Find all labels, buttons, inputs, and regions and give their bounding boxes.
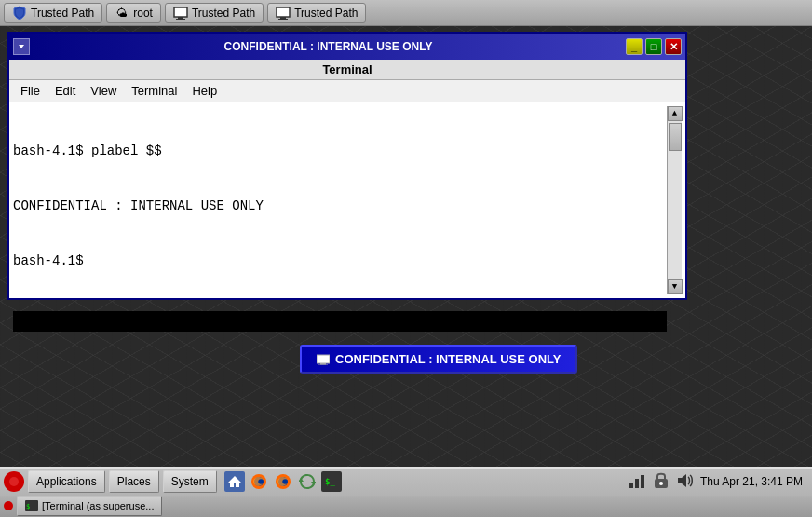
svg-marker-12 — [228, 476, 241, 487]
svg-rect-9 — [318, 364, 328, 365]
distro-icon[interactable] — [4, 471, 24, 492]
shield-icon — [12, 6, 27, 20]
svg-text:$_: $_ — [325, 477, 335, 486]
clock: Thu Apr 21, 3:41 PM — [700, 475, 803, 488]
trusted-path-label-1: Trusted Path — [31, 7, 94, 20]
menu-view[interactable]: View — [83, 82, 124, 100]
menu-help[interactable]: Help — [184, 82, 224, 100]
system-button[interactable]: System — [163, 470, 217, 493]
svg-point-23 — [659, 482, 663, 485]
svg-rect-2 — [176, 19, 185, 20]
svg-marker-6 — [19, 45, 24, 48]
scroll-down-button[interactable]: ▼ — [668, 279, 683, 294]
places-button[interactable]: Places — [109, 470, 159, 493]
system-label: System — [171, 475, 209, 488]
svg-rect-20 — [635, 479, 639, 488]
svg-rect-3 — [277, 7, 290, 17]
monitor-icon-2 — [276, 6, 291, 20]
terminal-window: CONFIDENTIAL : INTERNAL USE ONLY _ □ ✕ T… — [7, 32, 687, 300]
applications-button[interactable]: Applications — [28, 470, 105, 493]
home-icon[interactable] — [224, 471, 245, 492]
trusted-path-2[interactable]: Trusted Path — [165, 3, 264, 23]
trusted-path-label-3: Trusted Path — [294, 7, 358, 20]
trusted-path-label-2: Trusted Path — [192, 7, 255, 20]
svg-rect-4 — [280, 17, 286, 19]
scroll-up-button[interactable]: ▲ — [668, 106, 683, 121]
taskbar-right: Thu Apr 21, 3:41 PM — [628, 471, 808, 493]
root-label: root — [133, 7, 153, 20]
scroll-thumb[interactable] — [669, 123, 682, 151]
menu-file[interactable]: File — [13, 82, 47, 100]
close-button[interactable]: ✕ — [665, 38, 682, 55]
terminal-window-button[interactable]: $ [Terminal (as superuse... — [17, 496, 162, 516]
maximize-button[interactable]: □ — [645, 38, 662, 55]
svg-rect-1 — [178, 17, 183, 19]
svg-rect-8 — [320, 363, 326, 365]
black-bar — [13, 311, 667, 332]
volume-icon[interactable] — [676, 471, 695, 493]
taskbar-top-row: Applications Places System — [0, 469, 812, 496]
svg-text:$: $ — [26, 503, 30, 510]
terminal-line-1: bash-4.1$ plabel $$ — [13, 143, 667, 161]
svg-marker-24 — [678, 474, 686, 487]
terminal-body[interactable]: bash-4.1$ plabel $$ CONFIDENTIAL : INTER… — [9, 102, 685, 298]
terminal-icon[interactable]: $_ — [321, 471, 342, 492]
firefox-icon-2[interactable] — [273, 471, 293, 492]
terminal-menu: File Edit View Terminal Help — [9, 80, 685, 102]
sun-icon: 🌤 — [115, 6, 129, 20]
menu-edit[interactable]: Edit — [47, 82, 83, 100]
terminal-content: bash-4.1$ plabel $$ CONFIDENTIAL : INTER… — [13, 106, 667, 294]
taskbar-bottom-row: $ [Terminal (as superuse... — [0, 496, 812, 517]
network-icon[interactable] — [628, 471, 646, 493]
terminal-line-3: bash-4.1$ — [13, 252, 667, 271]
applications-label: Applications — [36, 475, 97, 488]
menu-terminal[interactable]: Terminal — [124, 82, 184, 100]
refresh-icon[interactable] — [297, 471, 318, 492]
titlebar-dropdown[interactable] — [13, 38, 30, 55]
places-label: Places — [117, 475, 151, 488]
terminal-title: CONFIDENTIAL : INTERNAL USE ONLY — [34, 40, 623, 53]
svg-rect-21 — [641, 475, 644, 488]
svg-rect-7 — [317, 355, 330, 363]
minimize-button[interactable]: _ — [626, 38, 643, 55]
svg-rect-5 — [278, 19, 288, 20]
taskbar-top: Trusted Path 🌤 root Trusted Path — [0, 0, 812, 26]
root-item[interactable]: 🌤 root — [106, 3, 161, 23]
terminal-titlebar: CONFIDENTIAL : INTERNAL USE ONLY _ □ ✕ — [9, 34, 685, 60]
svg-point-11 — [9, 477, 19, 486]
svg-rect-0 — [174, 7, 187, 17]
trusted-path-3[interactable]: Trusted Path — [267, 3, 366, 23]
privacy-icon[interactable] — [652, 471, 670, 493]
confidential-button-label: CONFIDENTIAL : INTERNAL USE ONLY — [335, 352, 561, 366]
desktop: Trusted Path 🌤 root Trusted Path — [0, 0, 812, 517]
scrollbar[interactable]: ▲ ▼ — [667, 106, 682, 294]
terminal-line-2: CONFIDENTIAL : INTERNAL USE ONLY — [13, 197, 667, 216]
confidential-indicator — [4, 501, 13, 510]
trusted-path-shield[interactable]: Trusted Path — [4, 3, 102, 23]
confidential-taskbar-button[interactable]: CONFIDENTIAL : INTERNAL USE ONLY — [300, 345, 577, 374]
terminal-window-label: [Terminal (as superuse... — [42, 500, 154, 511]
svg-rect-19 — [629, 483, 633, 488]
taskbar-bottom: Applications Places System — [0, 467, 812, 517]
monitor-icon-1 — [173, 6, 188, 20]
terminal-subtitle: Terminal — [9, 60, 685, 80]
firefox-icon[interactable] — [249, 471, 269, 492]
